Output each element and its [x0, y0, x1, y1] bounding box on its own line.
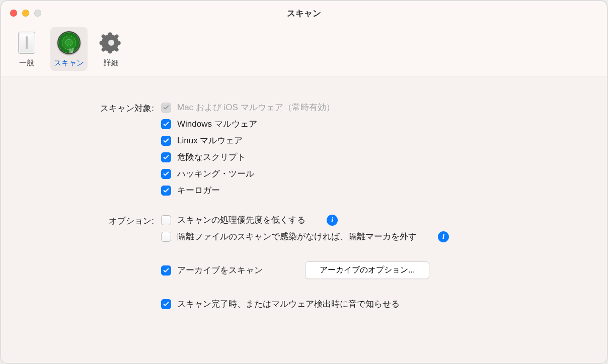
target-keylogger: キーロガー — [161, 185, 572, 196]
scan-targets-row: スキャン対象: Mac および iOS マルウェア（常時有効） Windows … — [36, 102, 572, 196]
option-archive-scan-label: アーカイブをスキャン — [177, 264, 263, 276]
minimize-window-button[interactable] — [22, 10, 29, 17]
target-keylogger-label: キーロガー — [177, 185, 220, 196]
close-window-button[interactable] — [10, 10, 17, 17]
target-hacking-tools-label: ハッキング・ツール — [177, 168, 254, 179]
content-panel: スキャン対象: Mac および iOS マルウェア（常時有効） Windows … — [1, 76, 607, 363]
option-quarantine: 隔離ファイルのスキャンで感染がなければ、隔離マーカを外す i — [161, 231, 572, 242]
option-low-priority: スキャンの処理優先度を低くする i — [161, 214, 572, 226]
checkbox-windows[interactable] — [161, 119, 171, 129]
option-archive-scan: アーカイブをスキャン アーカイブのオプション... — [161, 261, 572, 279]
preferences-window: スキャン 一般 スキャン 詳細 — [1, 1, 607, 363]
checkbox-quarantine[interactable] — [161, 232, 171, 242]
checkbox-sound[interactable] — [161, 299, 171, 309]
tab-general[interactable]: 一般 — [8, 27, 45, 71]
tab-scan[interactable]: スキャン — [50, 27, 88, 71]
checkbox-scripts[interactable] — [161, 152, 171, 162]
target-linux-label: Linux マルウェア — [177, 135, 243, 146]
tab-advanced-label: 詳細 — [104, 58, 119, 68]
window-controls — [10, 10, 41, 17]
checkbox-archive-scan[interactable] — [161, 265, 171, 276]
window-title: スキャン — [1, 8, 607, 19]
options-row: オプション: スキャンの処理優先度を低くする i 隔離ファイルのスキャンで感染が… — [36, 214, 572, 310]
zoom-window-button[interactable] — [34, 10, 41, 17]
radar-icon — [56, 30, 82, 55]
scan-targets-label: スキャン対象: — [36, 102, 161, 114]
options-label: オプション: — [36, 214, 161, 227]
option-sound-label: スキャン完了時、またはマルウェア検出時に音で知らせる — [177, 298, 400, 310]
toolbar: 一般 スキャン 詳細 — [1, 25, 607, 76]
gear-icon — [99, 30, 124, 55]
tab-general-label: 一般 — [19, 58, 34, 68]
target-windows: Windows マルウェア — [161, 118, 572, 130]
options-list: スキャンの処理優先度を低くする i 隔離ファイルのスキャンで感染がなければ、隔離… — [161, 214, 572, 310]
info-icon[interactable]: i — [327, 215, 338, 226]
option-quarantine-label: 隔離ファイルのスキャンで感染がなければ、隔離マーカを外す — [177, 231, 417, 242]
option-sound: スキャン完了時、またはマルウェア検出時に音で知らせる — [161, 298, 572, 310]
svg-point-0 — [108, 40, 114, 46]
checkbox-low-priority[interactable] — [161, 215, 171, 225]
target-mac-ios-label: Mac および iOS マルウェア（常時有効） — [177, 102, 335, 113]
archive-options-button[interactable]: アーカイブのオプション... — [305, 261, 429, 279]
option-low-priority-label: スキャンの処理優先度を低くする — [177, 214, 306, 226]
target-hacking-tools: ハッキング・ツール — [161, 168, 572, 179]
target-windows-label: Windows マルウェア — [177, 118, 257, 130]
target-linux: Linux マルウェア — [161, 135, 572, 146]
tab-scan-label: スキャン — [54, 58, 84, 68]
target-mac-ios: Mac および iOS マルウェア（常時有効） — [161, 102, 572, 113]
checkbox-keylogger[interactable] — [161, 186, 171, 196]
tab-advanced[interactable]: 詳細 — [93, 27, 130, 71]
switch-icon — [14, 30, 39, 55]
target-scripts-label: 危険なスクリプト — [177, 151, 246, 163]
scan-targets-options: Mac および iOS マルウェア（常時有効） Windows マルウェア Li… — [161, 102, 572, 196]
checkbox-hacking-tools[interactable] — [161, 169, 171, 179]
titlebar: スキャン — [1, 1, 607, 25]
checkbox-linux[interactable] — [161, 136, 171, 146]
target-scripts: 危険なスクリプト — [161, 151, 572, 163]
checkbox-mac-ios — [161, 103, 171, 113]
info-icon[interactable]: i — [438, 231, 449, 242]
